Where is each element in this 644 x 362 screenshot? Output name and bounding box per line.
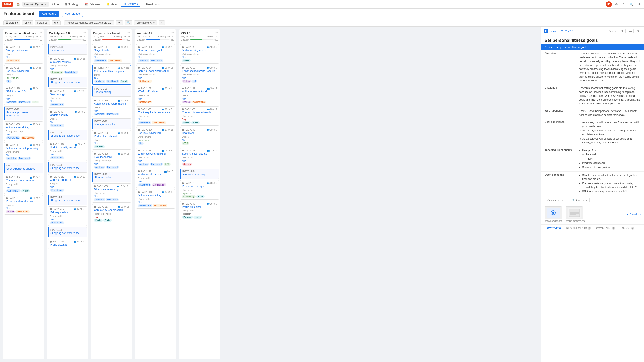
card-FWCYL-E-1[interactable]: FWCYL-E-1 Shopping cart experience bbox=[48, 195, 87, 205]
attach-files-btn[interactable]: 📎 Attach files bbox=[569, 198, 590, 202]
card-FWCYL-251[interactable]: FWCYL-251 👥 16 ⏱ 3d Customer reviews Rea… bbox=[48, 56, 87, 75]
board-view-btn[interactable]: ☰ Board ▾ bbox=[4, 20, 20, 25]
card-FWCYL-E-1[interactable]: FWCYL-E-1 Shopping cart experience bbox=[48, 76, 87, 87]
card-FWCYL-E-1[interactable]: FWCYL-E-1 Shopping cart experience bbox=[48, 162, 87, 173]
card-FWCYL-29[interactable]: FWCYL-29 👥 28 ⏱ ? Post local meetups Dev… bbox=[180, 180, 219, 200]
card-FWCYL-204[interactable]: FWCYL-204 👥 28 ⏱ 2d Push based weather a… bbox=[4, 195, 43, 215]
app-logo[interactable]: Aha! bbox=[2, 2, 13, 7]
card-FWCYL-253[interactable]: FWCYL-253 👥 2 ⏱ 20d Send as a gift Devel… bbox=[48, 88, 87, 108]
epic-filter-btn[interactable]: Epic name: Any bbox=[134, 20, 157, 25]
card-FWCYL-118[interactable]: FWCYL-118 👥 20 ⏱ 0 Update quantity in ca… bbox=[48, 142, 87, 161]
column-menu[interactable]: ••• bbox=[170, 31, 174, 35]
nav-ideas[interactable]: 💡 Ideas bbox=[104, 2, 120, 7]
card-FWCYL-E-13[interactable]: FWCYL-E-13 Payment processor integration… bbox=[4, 106, 43, 120]
card-FWCYL-E-1[interactable]: FWCYL-E-1 Shopping cart experience bbox=[48, 130, 87, 140]
releases-filter-btn[interactable]: Releases: Marketplace 1.0, Android 3... bbox=[64, 20, 114, 25]
nav-releases[interactable]: 📅 Releases bbox=[82, 2, 103, 7]
tab-todos[interactable]: TO-DOS 4 bbox=[618, 225, 637, 232]
card-tags: Marketplace bbox=[50, 124, 85, 127]
nav-strategy[interactable]: ◎ Strategy bbox=[62, 2, 81, 7]
card-FWCYL-208[interactable]: FWCYL-208 👥 17 ⏱ 8d Automatic receipting… bbox=[4, 121, 43, 141]
help-btn[interactable]: ? bbox=[621, 2, 626, 7]
card-FWCYL-115[interactable]: FWCYL-115 👥 17 ⏱ 3d Automatic receipting… bbox=[136, 189, 175, 209]
card-FWCYL-136[interactable]: FWCYL-136 👥 17 ⏱ 2d Top-level navigation… bbox=[136, 127, 175, 146]
minimize-btn[interactable]: — bbox=[627, 29, 634, 33]
card-FWCYL-47[interactable]: FWCYL-47 👥 16 ⏱ ? Profile highlights Rea… bbox=[180, 201, 219, 220]
add-release-button[interactable]: Add release bbox=[62, 10, 83, 17]
capacity-bar bbox=[190, 39, 214, 40]
features-btn[interactable]: Features bbox=[35, 20, 50, 25]
tab-comments[interactable]: COMMENTS 2 bbox=[594, 225, 618, 232]
nav-info[interactable]: ℹ Info bbox=[50, 2, 62, 7]
file-thumb-2[interactable]: design-sketches.png bbox=[566, 206, 586, 222]
epics-btn[interactable]: Epics bbox=[22, 20, 33, 25]
user-avatar[interactable]: FC bbox=[606, 1, 612, 7]
tab-requirements[interactable]: REQUIREMENTS 6 bbox=[564, 225, 594, 232]
settings-btn[interactable]: ⚙ bbox=[614, 2, 620, 7]
create-mockup-btn[interactable]: Create mockup bbox=[544, 198, 566, 202]
card-FWCYL-358[interactable]: FWCYL-358 👥 15 ⏱ 10d Bike mileage tracki… bbox=[92, 183, 131, 203]
card-FWCYL-138[interactable]: FWCYL-138 👥 28 ⏱ 2d Sponsored race goals… bbox=[136, 44, 175, 64]
column-menu[interactable]: ••• bbox=[38, 31, 42, 35]
card-title: Community leaderboards bbox=[182, 111, 217, 114]
card-FWCYL-217[interactable]: FWCYL-217 👥 17 ⏱ 2d Top-level navigation… bbox=[4, 65, 43, 84]
card-FWCYL-134[interactable]: FWCYL-134 👥 10 ⏱ 3d Automatic start/stop… bbox=[4, 142, 43, 162]
card-title: Remind users when to fuel bbox=[138, 69, 173, 73]
close-btn[interactable]: ✕ bbox=[635, 29, 642, 33]
card-FWCYL-218[interactable]: FWCYL-218 👥 29 ⏱ 1h GPS tracking 1.0 Des… bbox=[4, 86, 43, 105]
card-FWCYL-45[interactable]: FWCYL-45 👥 23 ⏱ ? Security patch update … bbox=[180, 148, 219, 167]
card-FWCYL-E-1[interactable]: FWCYL-E-1 Shopping cart experience bbox=[48, 227, 87, 238]
card-FWCYL-E-18[interactable]: FWCYL-E-18 Manager analytics bbox=[92, 118, 131, 129]
column-menu[interactable]: ••• bbox=[82, 31, 86, 35]
card-FWCYL-E-20[interactable]: FWCYL-E-20 Rider reporting bbox=[92, 86, 131, 96]
card-FWCYL-316[interactable]: FWCYL-316 👥 10 ⏱ 6d Automatic start/stop… bbox=[92, 98, 131, 117]
card-FWCYL-313[interactable]: FWCYL-313 👥 20 ⏱ 5d Community leaderboar… bbox=[92, 204, 131, 223]
card-status: New bbox=[50, 121, 54, 123]
settings-icon-btn[interactable]: ⚙ ▾ bbox=[52, 20, 60, 25]
card-FWCYL-43[interactable]: FWCYL-43 👥 10 ⏱ ? Add upcoming races Und… bbox=[180, 44, 219, 64]
nav-roadmaps[interactable]: ≡ Roadmaps bbox=[141, 2, 162, 7]
nav-features[interactable]: ⊞ Features bbox=[121, 1, 140, 7]
card-FWCYL-26[interactable]: FWCYL-26 👥 10 ⏱ 5d Track required mainte… bbox=[136, 106, 175, 126]
add-filter-btn[interactable]: + bbox=[159, 20, 165, 25]
card-title: Add upcoming races bbox=[138, 173, 173, 176]
add-feature-button[interactable]: Add feature bbox=[39, 11, 59, 16]
column-menu[interactable]: ••• bbox=[126, 31, 130, 35]
card-FWCYL-E-9[interactable]: FWCYL-E-9 User experience updates bbox=[4, 163, 43, 173]
card-FWCYL-E-20[interactable]: FWCYL-E-20 Rider reporting bbox=[92, 172, 131, 182]
card-FWCYL-246[interactable]: FWCYL-246 👥 20 ⏱ 2d Customize home scree… bbox=[4, 175, 43, 194]
card-FWCYL-19[interactable]: FWCYL-19 👥 10 ⏱ ? Ability to view networ… bbox=[180, 86, 219, 105]
share-btn[interactable]: ⬆ bbox=[619, 29, 626, 33]
card-FWCYL-315[interactable]: FWCYL-315 👥 14 ⏱ 1h Profile updates bbox=[48, 239, 87, 249]
card-FWCYL-23[interactable]: FWCYL-23 👥 10 ⏱ ? Enhanced login with Fa… bbox=[180, 65, 219, 84]
tab-overview[interactable]: OVERVIEW bbox=[544, 225, 564, 232]
card-FWCYL-46[interactable]: FWCYL-46 👥 19 ⏱ ? Heat maps Design New G… bbox=[180, 127, 219, 146]
card-tags: MobileUX bbox=[182, 80, 217, 82]
card-FWCYL-252[interactable]: FWCYL-252 👥 20 ⏱ 1d Continue shopping Sh… bbox=[48, 174, 87, 193]
card-FWCYL-56[interactable]: FWCYL-56 👥 20 ⏱ ? Community leaderboards… bbox=[180, 106, 219, 126]
column-menu[interactable]: ••• bbox=[214, 31, 218, 35]
card-FWCYL-21[interactable]: FWCYL-21 👥 9 ⏱ 0 Add upcoming races Read… bbox=[136, 169, 175, 188]
card-FWCYL-317[interactable]: FWCYL-317 👥 17 ⏱ 8d Set personal fitness… bbox=[92, 65, 131, 85]
details-btn[interactable]: Details bbox=[606, 29, 618, 33]
add-btn[interactable]: + bbox=[636, 1, 642, 7]
home-btn[interactable]: 🏠 bbox=[14, 2, 22, 7]
card-FWCYL-206[interactable]: FWCYL-206 👥 10 ⏱ 2d Mileage notification… bbox=[4, 44, 43, 64]
workspace-selector[interactable]: Fredwin Cycling ▾ bbox=[22, 2, 49, 7]
show-less-btn[interactable]: ▲ Show less bbox=[626, 213, 640, 216]
file-thumb-1[interactable]: fredwincycling.png bbox=[544, 206, 562, 222]
card-FWCYL-40[interactable]: FWCYL-40 👥 20 ⏱ 0 Update quantity Design… bbox=[48, 109, 87, 128]
card-FWCYL-E-14[interactable]: FWCYL-E-14 Interactive mapping bbox=[180, 169, 219, 179]
card-FWCYL-51[interactable]: FWCYL-51 👥 19 ⏱ 6h Stage details Under c… bbox=[92, 44, 131, 64]
card-FWCYL-254[interactable]: FWCYL-254 👥 14 ⏱ 5d Delivery method Read… bbox=[48, 206, 87, 226]
card-FWCYL-E-25[interactable]: FWCYL-E-25 Review order bbox=[48, 44, 87, 55]
card-title: Rider reporting bbox=[94, 90, 129, 94]
card-FWCYL-31[interactable]: FWCYL-31 👥 10 ⏱ 1d KOM notifications Dev… bbox=[136, 86, 175, 105]
card-FWCYL-323[interactable]: FWCYL-323 👥 19 ⏱ 4d Partner leaderboards… bbox=[92, 130, 131, 150]
filter-btn[interactable]: ▼ bbox=[116, 20, 123, 25]
search-filter-btn[interactable]: 🔍 bbox=[124, 20, 132, 25]
card-FWCYL-135[interactable]: FWCYL-135 👥 10 ⏱ 5d Live dashboard Ready… bbox=[92, 151, 131, 170]
search-btn[interactable]: 🔍 bbox=[628, 2, 635, 7]
card-FWCYL-137[interactable]: FWCYL-137 👥 29 ⏱ 2d Enhanced GPS trackin… bbox=[136, 148, 175, 167]
card-FWCYL-34[interactable]: FWCYL-34 👥 26 ⏱ 5d Remind users when to … bbox=[136, 65, 175, 84]
